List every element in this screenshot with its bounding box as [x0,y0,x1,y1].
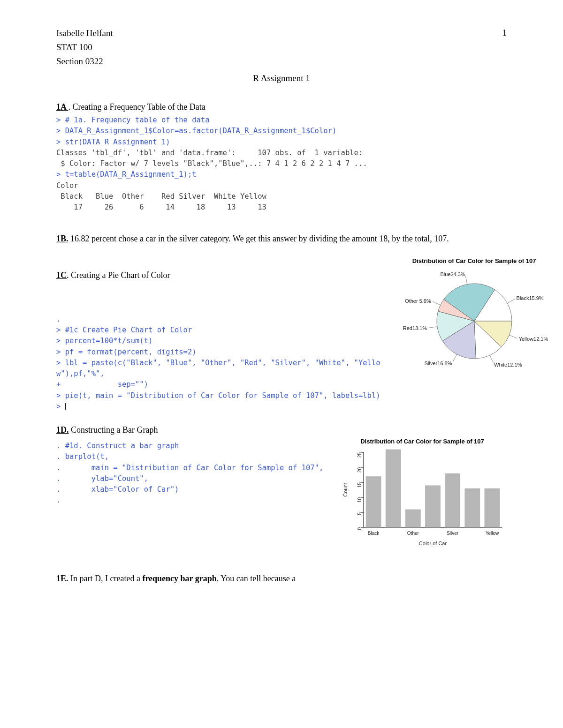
emphasis-text: frequency bar graph [142,574,216,583]
bar [484,488,500,527]
code-line: . barplot(t, [56,452,109,461]
bar [386,450,401,527]
pie-slice-label: Black15.9% [516,295,543,301]
code-line: > str(DATA_R_Assignment_1) [56,138,170,146]
bar [445,473,460,527]
section-1A-heading: 1A . Creating a Frequency Table of the D… [56,102,507,112]
section-label: 1C [56,270,67,280]
code-line: . ylab="Count", [56,474,148,483]
y-tick-label: 15 [357,482,362,488]
pie-leader-line [507,299,515,303]
y-tick-label: 20 [357,467,362,473]
student-name: Isabelle Helfant [56,28,507,38]
x-category-label: Other [407,531,419,536]
section-label: 1D. [56,425,69,435]
code-line: > percent=100*t/sum(t) [56,337,152,345]
pie-slice-label: Yellow12.1% [518,336,548,342]
section-label: 1E. [56,574,68,583]
pie-leader-line [429,327,437,328]
code-line: > # 1a. Frequency table of the data [56,116,210,124]
pie-leader-line [509,335,517,338]
x-category-label: Yellow [486,531,499,536]
bar-chart-figure: Distribution of Car Color for Sample of … [338,438,507,553]
section-text: In part D, I created a [68,574,143,583]
pie-slice-label: Other 5.6% [405,298,431,303]
pie-leader-line [433,301,440,305]
section-label: 1A [56,102,68,112]
bar [464,488,480,527]
student-header: Isabelle Helfant STAT 100 Section 0322 [56,28,507,67]
code-block-1A: > # 1a. Frequency table of the data > DA… [56,115,507,213]
page-number: 1 [502,28,507,38]
code-line: Color [56,181,78,190]
code-block-1C: . > #1c Create Pie Chart of Color > perc… [56,314,380,412]
section-1E: 1E. In part D, I created a frequency bar… [56,571,507,586]
section-code: Section 0322 [56,56,507,67]
code-line: Classes 'tbl_df', 'tbl' and 'data.frame'… [56,149,363,157]
x-category-label: Silver [447,531,459,536]
x-category-label: Black [368,531,380,536]
pie-leader-line [453,354,456,362]
bar [425,485,441,527]
section-1B: 1B. 16.82 percent chose a car in the sil… [56,232,507,246]
bar [405,510,421,527]
y-tick-label: 0 [357,527,362,530]
section-text: . Creating a Pie Chart of Color [67,270,170,280]
x-axis-label: Color of Car [419,540,447,546]
pie-slice-label: Silver16.8% [424,360,452,366]
code-line: . [56,315,61,323]
section-text: . You can tell because a [217,574,296,583]
bar-chart-title: Distribution of Car Color for Sample of … [338,438,507,445]
section-1D-heading: 1D. Constructing a Bar Graph [56,425,507,435]
code-block-1D: . #1d. Construct a bar graph . barplot(t… [56,441,328,506]
pie-leader-line [465,276,467,285]
pie-slice-label: White12.1% [494,362,522,368]
pie-slice-label: Blue24.3% [440,271,465,277]
code-line: $ Color: Factor w/ 7 levels "Black","Blu… [56,159,367,168]
code-line: > DATA_R_Assignment_1$Color=as.factor(DA… [56,127,336,135]
section-text: Constructing a Bar Graph [69,425,158,435]
section-label: 1B. [56,234,68,243]
code-line: 17 26 6 14 18 13 13 [56,203,266,211]
pie-chart-figure: Distribution of Car Color for Sample of … [390,257,559,377]
code-line: w"),pf,"%", [56,369,105,378]
bar-chart-svg: 0510152025CountBlackOtherSilverYellowCol… [338,448,507,551]
section-text: 16.82 percent chose a car in the silver … [68,234,449,243]
code-line: > #1c Create Pie Chart of Color [56,326,192,334]
code-line: > [56,402,66,411]
code-line: . #1d. Construct a bar graph [56,442,179,450]
y-tick-label: 5 [357,512,362,515]
text-cursor-icon [65,403,66,410]
pie-chart-svg: Black15.9%Blue24.3%Other 5.6%Red13.1%Sil… [390,267,559,375]
code-line: . main = "Distribution of Car Color for … [56,464,323,472]
pie-chart-title: Distribution of Car Color for Sample of … [390,257,559,264]
y-tick-label: 25 [357,452,362,458]
pie-slice-label: Red13.1% [403,325,427,331]
y-axis-label: Count [342,483,348,496]
code-line: . xlab="Color of Car") [56,485,179,494]
section-1C-heading: 1C. Creating a Pie Chart of Color [56,270,380,280]
course-code: STAT 100 [56,42,507,53]
document-page: 1 Isabelle Helfant STAT 100 Section 0322… [0,0,563,728]
code-line: > lbl = paste(c("Black", "Blue", "Other"… [56,359,380,367]
code-line: > pf = format(percent, digits=2) [56,348,197,356]
code-line: > pie(t, main = "Distribution of Car Col… [56,391,380,400]
code-line: > t=table(DATA_R_Assignment_1);t [56,170,197,179]
code-line: + sep="") [56,380,148,389]
bar [366,476,381,527]
code-line: Black Blue Other Red Silver White Yellow [56,192,266,201]
document-title: R Assignment 1 [56,73,507,83]
code-line: . [56,496,61,504]
section-text: . Creating a Frequency Table of the Data [68,102,205,112]
y-tick-label: 10 [357,497,362,503]
pie-leader-line [490,355,493,363]
